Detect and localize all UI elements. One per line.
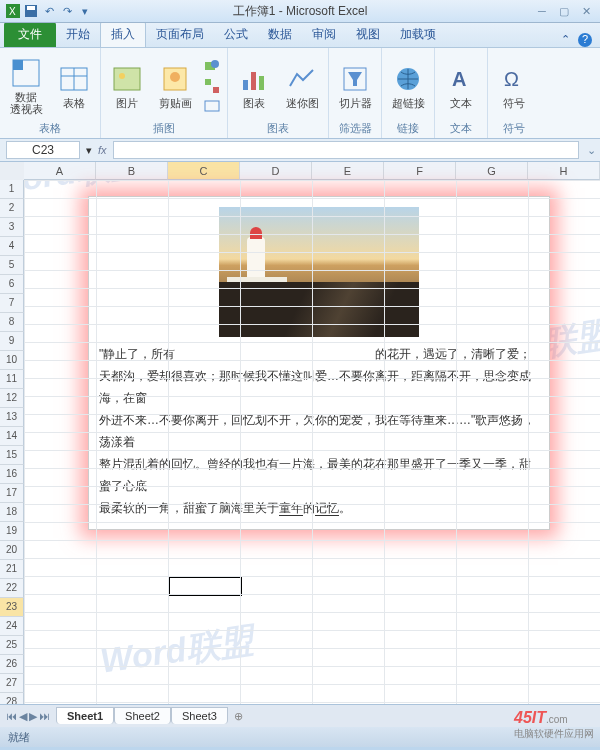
help-area: ⌃ ? — [561, 33, 600, 47]
symbol-button[interactable]: Ω符号 — [494, 63, 534, 109]
maximize-button[interactable]: ▢ — [556, 5, 572, 18]
sheet-tab-1[interactable]: Sheet1 — [56, 707, 114, 724]
chart-icon — [238, 63, 270, 95]
hyperlink-button[interactable]: 超链接 — [388, 63, 428, 109]
smartart-icon[interactable] — [203, 77, 221, 95]
last-sheet-icon[interactable]: ⏭ — [39, 710, 50, 723]
row-header[interactable]: 23 — [0, 598, 24, 617]
row-header[interactable]: 11 — [0, 370, 24, 389]
col-header[interactable]: G — [456, 162, 528, 180]
col-header[interactable]: H — [528, 162, 600, 180]
formula-input[interactable] — [113, 141, 579, 159]
row-header[interactable]: 2 — [0, 199, 24, 218]
col-header[interactable]: F — [384, 162, 456, 180]
col-header[interactable]: A — [24, 162, 96, 180]
chart-button[interactable]: 图表 — [234, 63, 274, 109]
slicer-button[interactable]: 切片器 — [335, 63, 375, 109]
select-all-corner[interactable] — [0, 162, 25, 181]
svg-rect-3 — [27, 6, 35, 10]
next-sheet-icon[interactable]: ▶ — [29, 710, 37, 723]
row-header[interactable]: 22 — [0, 579, 24, 598]
row-header[interactable]: 19 — [0, 522, 24, 541]
row-header[interactable]: 6 — [0, 275, 24, 294]
row-header[interactable]: 18 — [0, 503, 24, 522]
row-header[interactable]: 20 — [0, 541, 24, 560]
name-box[interactable]: C23 — [6, 141, 80, 159]
row-header[interactable]: 7 — [0, 294, 24, 313]
row-header[interactable]: 13 — [0, 408, 24, 427]
window-controls: ─ ▢ ✕ — [534, 5, 600, 18]
fx-icon[interactable]: fx — [98, 144, 107, 156]
minimize-ribbon-icon[interactable]: ⌃ — [561, 33, 570, 47]
textbox-button[interactable]: A文本 — [441, 63, 481, 109]
tab-file[interactable]: 文件 — [4, 22, 56, 47]
row-header[interactable]: 1 — [0, 180, 24, 199]
row-header[interactable]: 5 — [0, 256, 24, 275]
sheet-tab-2[interactable]: Sheet2 — [114, 707, 171, 724]
picture-button[interactable]: 图片 — [107, 63, 147, 109]
row-header[interactable]: 14 — [0, 427, 24, 446]
help-icon[interactable]: ? — [578, 33, 592, 47]
row-header[interactable]: 25 — [0, 636, 24, 655]
redo-icon[interactable]: ↷ — [60, 4, 74, 18]
sheet-tab-3[interactable]: Sheet3 — [171, 707, 228, 724]
minimize-button[interactable]: ─ — [534, 5, 550, 18]
row-header[interactable]: 21 — [0, 560, 24, 579]
sheet-tab-bar: ⏮ ◀ ▶ ⏭ Sheet1 Sheet2 Sheet3 ⊕ — [0, 704, 600, 727]
row-header[interactable]: 12 — [0, 389, 24, 408]
first-sheet-icon[interactable]: ⏮ — [6, 710, 17, 723]
prev-sheet-icon[interactable]: ◀ — [19, 710, 27, 723]
tab-view[interactable]: 视图 — [346, 22, 390, 47]
formula-expand-icon[interactable]: ⌄ — [583, 144, 600, 157]
screenshot-icon[interactable] — [203, 97, 221, 115]
table-icon — [58, 63, 90, 95]
col-header[interactable]: D — [240, 162, 312, 180]
col-header[interactable]: E — [312, 162, 384, 180]
row-header[interactable]: 9 — [0, 332, 24, 351]
embedded-object[interactable]: "静止了，所有的花开，遇远了，清晰了爱； 天都沟，爱却很喜欢；那时候我不懂这叫爱… — [88, 196, 550, 530]
tab-addins[interactable]: 加载项 — [390, 22, 446, 47]
svg-rect-5 — [13, 60, 23, 70]
pivot-table-button[interactable]: 数据 透视表 — [6, 57, 46, 115]
save-icon[interactable] — [24, 4, 38, 18]
row-header[interactable]: 15 — [0, 446, 24, 465]
grid[interactable]: "静止了，所有的花开，遇远了，清晰了爱； 天都沟，爱却很喜欢；那时候我不懂这叫爱… — [24, 180, 600, 704]
svg-marker-22 — [348, 72, 362, 86]
row-header[interactable]: 27 — [0, 674, 24, 693]
tab-review[interactable]: 审阅 — [302, 22, 346, 47]
shapes-mini — [203, 57, 221, 115]
embedded-text: "静止了，所有的花开，遇远了，清晰了爱； 天都沟，爱却很喜欢；那时候我不懂这叫爱… — [99, 343, 539, 519]
tab-insert[interactable]: 插入 — [100, 21, 146, 47]
row-header[interactable]: 10 — [0, 351, 24, 370]
row-header[interactable]: 28 — [0, 693, 24, 704]
excel-icon: X — [6, 4, 20, 18]
table-button[interactable]: 表格 — [54, 63, 94, 109]
selected-cell — [168, 576, 242, 596]
close-button[interactable]: ✕ — [578, 5, 594, 18]
col-header[interactable]: B — [96, 162, 168, 180]
qat-dropdown-icon[interactable]: ▾ — [78, 4, 92, 18]
row-header[interactable]: 17 — [0, 484, 24, 503]
tab-formulas[interactable]: 公式 — [214, 22, 258, 47]
clipart-icon — [159, 63, 191, 95]
undo-icon[interactable]: ↶ — [42, 4, 56, 18]
namebox-dropdown-icon[interactable]: ▾ — [86, 144, 92, 157]
svg-rect-19 — [251, 72, 256, 90]
row-header[interactable]: 26 — [0, 655, 24, 674]
row-header[interactable]: 8 — [0, 313, 24, 332]
shapes-icon[interactable] — [203, 57, 221, 75]
row-header[interactable]: 4 — [0, 237, 24, 256]
tab-layout[interactable]: 页面布局 — [146, 22, 214, 47]
col-header[interactable]: C — [168, 162, 240, 180]
svg-rect-20 — [259, 76, 264, 90]
tab-home[interactable]: 开始 — [56, 22, 100, 47]
row-header[interactable]: 3 — [0, 218, 24, 237]
svg-rect-18 — [243, 80, 248, 90]
row-header[interactable]: 24 — [0, 617, 24, 636]
tab-data[interactable]: 数据 — [258, 22, 302, 47]
sparkline-button[interactable]: 迷你图 — [282, 63, 322, 109]
group-tables: 数据 透视表 表格 表格 — [0, 48, 101, 138]
clipart-button[interactable]: 剪贴画 — [155, 63, 195, 109]
new-sheet-icon[interactable]: ⊕ — [228, 710, 249, 723]
row-header[interactable]: 16 — [0, 465, 24, 484]
